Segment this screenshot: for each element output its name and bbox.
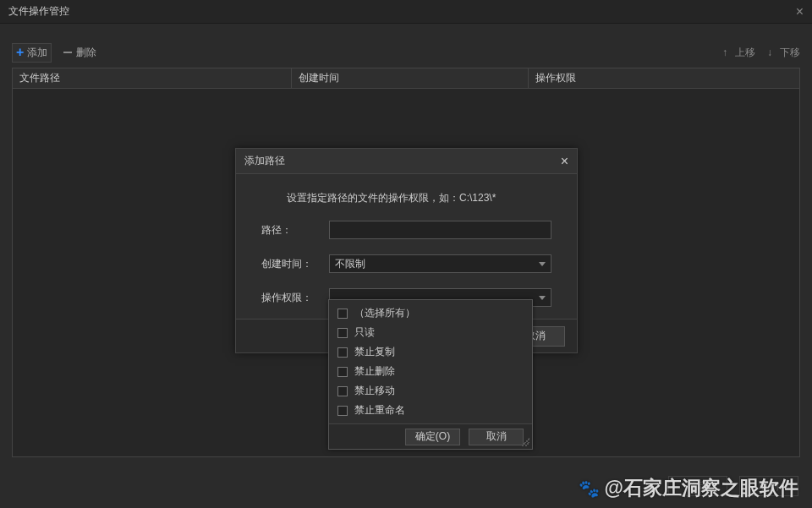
path-input[interactable] <box>329 221 551 239</box>
checkbox[interactable] <box>337 309 348 319</box>
window-title: 文件操作管控 <box>8 4 69 19</box>
dialog-title-bar: 添加路径 × <box>236 149 577 174</box>
add-button[interactable]: + 添加 <box>12 43 52 63</box>
checkbox[interactable] <box>337 386 348 396</box>
remove-button[interactable]: 删除 <box>63 46 96 60</box>
create-time-select[interactable]: 不限制 <box>329 254 551 273</box>
dialog-close-icon[interactable]: × <box>561 154 568 169</box>
paw-icon: 🐾 <box>579 478 600 499</box>
chevron-down-icon <box>539 262 546 266</box>
add-label: 添加 <box>27 46 47 60</box>
label-path: 路径： <box>261 223 321 238</box>
plus-icon: + <box>16 46 24 59</box>
option-label: 禁止重命名 <box>354 403 405 418</box>
minus-icon <box>63 52 72 53</box>
move-up-button[interactable]: 上移 <box>722 46 755 60</box>
option-label: 禁止复制 <box>354 345 395 359</box>
toolbar-right: 上移 下移 <box>722 46 800 60</box>
option-label: 只读 <box>354 325 375 340</box>
move-down-label: 下移 <box>780 46 800 60</box>
move-up-label: 上移 <box>735 46 755 60</box>
option-label: 禁止删除 <box>354 364 395 379</box>
toolbar-left: + 添加 删除 <box>12 43 96 63</box>
permission-dropdown: （选择所有） 只读 禁止复制 禁止删除 禁止移动 禁止重命名 确定(O) 取消 <box>328 299 533 450</box>
dialog-hint: 设置指定路径的文件的操作权限，如：C:\123\* <box>287 191 551 205</box>
dropdown-confirm-button[interactable]: 确定(O) <box>405 429 460 445</box>
th-permission[interactable]: 操作权限 <box>529 68 799 88</box>
dialog-body: 设置指定路径的文件的操作权限，如：C:\123\* 路径： 创建时间： 不限制 … <box>236 174 577 319</box>
th-create-time[interactable]: 创建时间 <box>292 68 529 88</box>
dropdown-options: （选择所有） 只读 禁止复制 禁止删除 禁止移动 禁止重命名 <box>329 300 532 423</box>
watermark-text: @石家庄洞察之眼软件 <box>605 475 798 501</box>
label-create-time: 创建时间： <box>261 257 321 271</box>
label-permission: 操作权限： <box>261 291 321 305</box>
create-time-value: 不限制 <box>335 257 365 271</box>
dropdown-option[interactable]: 禁止重命名 <box>329 401 532 420</box>
table-header: 文件路径 创建时间 操作权限 <box>13 68 799 89</box>
move-down-button[interactable]: 下移 <box>767 46 800 60</box>
checkbox[interactable] <box>337 347 348 358</box>
resize-grip[interactable] <box>521 438 529 446</box>
checkbox[interactable] <box>337 367 348 377</box>
dropdown-cancel-button[interactable]: 取消 <box>469 429 524 445</box>
checkbox[interactable] <box>337 328 348 338</box>
watermark: 🐾 @石家庄洞察之眼软件 <box>579 475 798 501</box>
dialog-title: 添加路径 <box>244 154 285 168</box>
dropdown-option[interactable]: （选择所有） <box>329 303 532 323</box>
option-label: 禁止移动 <box>354 384 395 398</box>
row-path: 路径： <box>261 221 551 239</box>
toolbar: + 添加 删除 上移 下移 <box>12 41 800 64</box>
chevron-down-icon <box>539 296 546 300</box>
row-create-time: 创建时间： 不限制 <box>261 254 551 273</box>
remove-label: 删除 <box>76 46 96 60</box>
option-label: （选择所有） <box>354 306 415 320</box>
dropdown-footer: 确定(O) 取消 <box>329 423 532 449</box>
dropdown-option[interactable]: 只读 <box>329 323 532 342</box>
th-path[interactable]: 文件路径 <box>13 68 292 88</box>
title-bar: 文件操作管控 × <box>0 0 812 24</box>
close-icon[interactable]: × <box>796 4 804 19</box>
dropdown-option[interactable]: 禁止移动 <box>329 381 532 401</box>
checkbox[interactable] <box>337 406 348 416</box>
dropdown-option[interactable]: 禁止删除 <box>329 362 532 381</box>
dropdown-option[interactable]: 禁止复制 <box>329 342 532 362</box>
